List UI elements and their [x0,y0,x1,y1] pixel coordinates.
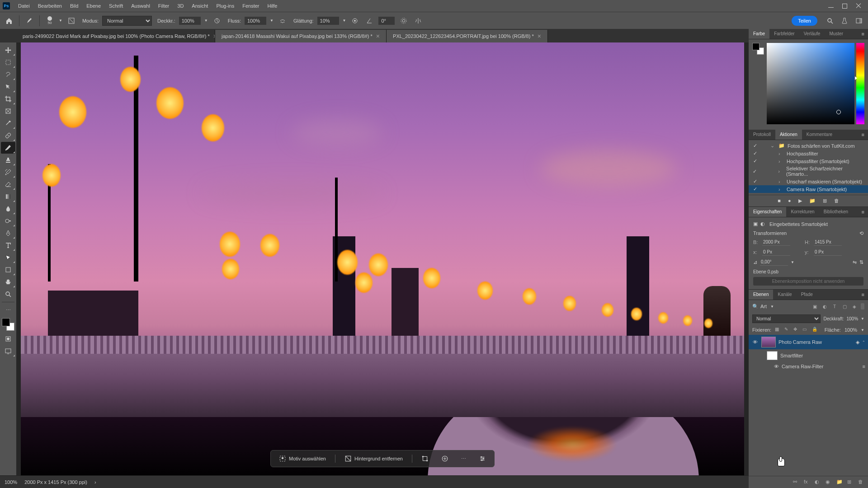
history-brush-tool[interactable] [1,166,15,178]
lock-brush-icon[interactable]: ✎ [784,327,790,333]
symmetry-icon[interactable] [413,15,424,26]
flip-v-icon[interactable]: ⇅ [859,259,863,265]
type-tool[interactable] [1,239,15,251]
filter-visibility-icon[interactable]: 👁 [774,364,779,369]
minimize-button[interactable] [828,3,834,9]
fx-icon[interactable]: fx [804,479,810,485]
tab-paris[interactable]: paris-2499022 David Mark auf Pixabay.jpg… [16,30,215,42]
menu-schrift[interactable]: Schrift [105,1,127,10]
color-swatch[interactable] [752,43,763,54]
action-item[interactable]: ✓›Selektiver Scharfzeichner (Smarto... [749,165,868,178]
brush-panel-icon[interactable] [66,15,77,26]
mask-icon[interactable]: ◐ [815,479,821,485]
flip-h-icon[interactable]: ⇋ [853,259,857,265]
height-input[interactable] [814,239,842,246]
foreground-swatch[interactable] [752,43,760,50]
chevron-down-icon[interactable]: ▼ [270,19,274,23]
lock-pixels-icon[interactable]: ▦ [775,327,780,333]
menu-auswahl[interactable]: Auswahl [127,1,154,10]
tab-muster[interactable]: Muster [825,29,848,39]
menu-plugins[interactable]: Plug-ins [212,1,238,10]
lasso-tool[interactable] [1,69,15,80]
panel-menu-icon[interactable]: ≡ [858,290,868,300]
action-item[interactable]: ✓›Unscharf maskieren (Smartobjekt) [749,178,868,185]
menu-hilfe[interactable]: Hilfe [264,1,281,10]
play-icon[interactable]: ▶ [798,198,802,204]
menu-bearbeiten[interactable]: Bearbeiten [34,1,66,10]
quickmask-icon[interactable] [1,333,15,345]
eyedropper-tool[interactable] [1,117,15,129]
transform-icon[interactable] [418,453,432,464]
pen-tool[interactable] [1,227,15,239]
layer-blend-select[interactable]: Normal [752,314,821,323]
menu-fenster[interactable]: Fenster [239,1,263,10]
menu-datei[interactable]: Datei [14,1,33,10]
layer-filter-type[interactable]: 🔍Art▼ [752,304,808,310]
tab-japan[interactable]: japan-2014618 Masashi Wakui auf Pixabay.… [215,30,387,42]
trash-icon[interactable]: 🗑 [834,198,839,204]
brush-preset-picker[interactable]: 50 [44,15,55,26]
new-folder-icon[interactable]: 📁 [809,198,816,204]
close-icon[interactable]: × [538,33,541,40]
action-folder[interactable]: ✓⌄📁Fotos schärfen von TutKit.com [749,142,868,150]
chevron-down-icon[interactable]: ▼ [861,317,864,321]
select-subject-button[interactable]: Motiv auswählen [275,453,330,464]
selection-tool[interactable] [1,81,15,93]
rotation-input[interactable] [760,258,788,266]
screenmode-icon[interactable] [1,345,15,357]
foreground-color[interactable] [2,318,10,326]
chevron-down-icon[interactable]: ▼ [861,328,864,332]
eraser-tool[interactable] [1,178,15,190]
menu-3d[interactable]: 3D [174,1,187,10]
panel-menu-icon[interactable]: ≡ [858,29,868,39]
tab-eigenschaften[interactable]: Eigenschaften [749,207,786,217]
new-action-icon[interactable]: ⊞ [823,198,827,204]
path-tool[interactable] [1,252,15,263]
smoothing-input[interactable] [317,17,339,25]
new-layer-icon[interactable]: ⊞ [847,479,854,485]
search-icon[interactable] [825,15,835,26]
tab-farbfelder[interactable]: Farbfelder [769,29,799,39]
share-button[interactable]: Teilen [792,16,817,26]
action-item[interactable]: ✓›Camera Raw (Smartobjekt) [749,185,868,193]
y-input[interactable] [814,249,842,256]
lock-artboard-icon[interactable]: ▭ [802,327,808,333]
home-icon[interactable] [4,15,14,26]
pressure-opacity-icon[interactable] [212,15,222,26]
filter-mask-thumbnail[interactable] [767,351,778,360]
reset-icon[interactable]: ⟲ [859,230,863,236]
layer-row[interactable]: 👁 Photo Camera Raw ◈ ⌃ [749,335,868,349]
stop-icon[interactable]: ■ [778,198,781,204]
tab-ebenen[interactable]: Ebenen [749,290,773,300]
filter-shape-icon[interactable]: ▢ [841,303,848,310]
collapse-icon[interactable]: ⌃ [862,340,865,344]
width-input[interactable] [762,239,790,246]
tab-korrekturen[interactable]: Korrekturen [786,207,819,217]
action-item[interactable]: ✓›Hochpassfilter (Smartobjekt) [749,157,868,165]
tab-aktionen[interactable]: Aktionen [775,130,802,140]
doc-info[interactable]: 2000 Px x 1415 Px (300 ppi) [24,479,87,485]
panel-menu-icon[interactable]: ≡ [858,130,868,140]
marquee-tool[interactable] [1,56,15,68]
chevron-down-icon[interactable]: ▼ [59,19,62,23]
blur-tool[interactable] [1,203,15,215]
crop-tool[interactable] [1,93,15,105]
x-input[interactable] [762,249,790,256]
frame-tool[interactable] [1,105,15,117]
close-button[interactable] [855,3,861,9]
stamp-tool[interactable] [1,154,15,166]
tab-protokoll[interactable]: Protokoll [749,130,775,140]
more-icon[interactable]: ⋯ [458,454,470,464]
chevron-down-icon[interactable]: ▼ [204,19,208,23]
layer-opacity-value[interactable]: 100% [847,316,859,321]
flow-input[interactable] [245,17,266,25]
tab-kanaele[interactable]: Kanäle [773,290,796,300]
link-icon[interactable]: ⚯ [793,479,799,485]
filter-image-icon[interactable]: ▣ [811,303,818,310]
blend-mode-select[interactable]: Normal [102,16,152,26]
airbrush-icon[interactable] [277,15,288,26]
menu-filter[interactable]: Filter [155,1,173,10]
chevron-right-icon[interactable]: › [94,479,96,485]
canvas[interactable]: Motiv auswählen Hintergrund entfernen ⋯ [16,42,749,475]
chevron-down-icon[interactable]: ▼ [791,260,794,264]
